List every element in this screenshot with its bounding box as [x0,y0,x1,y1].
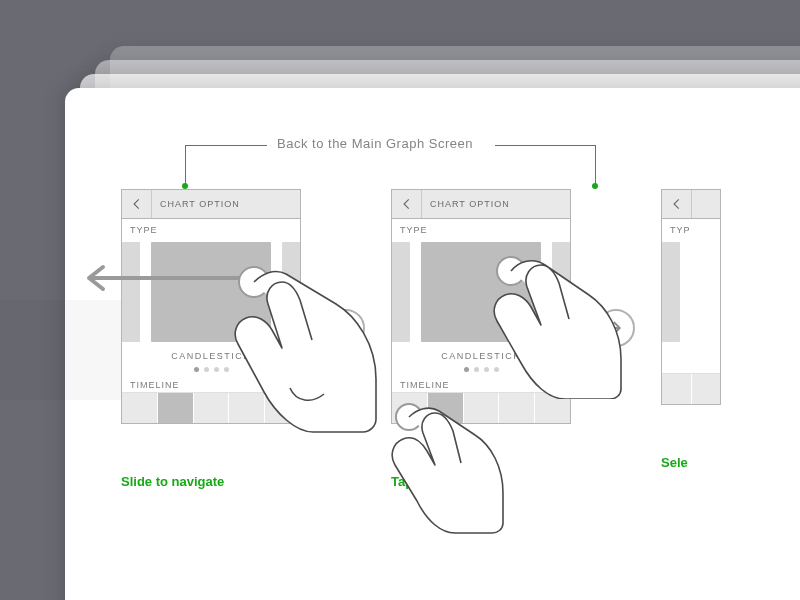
carousel-peek [122,242,140,342]
flow-arrow-icon [597,309,635,347]
timeline-cell[interactable] [229,393,265,423]
timeline-cell[interactable] [122,393,158,423]
timeline-options[interactable] [122,392,300,423]
arrow-left-icon [400,197,414,211]
arrow-left-icon [130,197,144,211]
caption-tap: Tap to select [391,474,571,489]
chart-type-carousel[interactable] [122,237,300,347]
back-button[interactable] [122,190,152,218]
caption-cropped: Sele [661,455,721,470]
timeline-cell[interactable] [499,393,535,423]
back-button[interactable] [662,190,692,218]
carousel-current-slide[interactable] [151,242,271,342]
section-label-type: TYPE [392,219,570,237]
timeline-options[interactable] [392,392,570,423]
chart-type-carousel[interactable] [662,237,720,347]
timeline-cell[interactable] [158,393,194,423]
timeline-cell[interactable] [428,393,464,423]
carousel-peek [552,242,570,342]
phone-mock: CHART OPTION TYPE CANDLESTICK TIMELINE [121,189,301,424]
chart-type-carousel[interactable] [392,237,570,347]
screen-title: CHART OPTION [152,199,300,209]
wireframe-slide-to-navigate: CHART OPTION TYPE CANDLESTICK TIMELINE [121,189,301,489]
pager-dots [392,367,570,372]
timeline-cell[interactable] [662,374,692,404]
wireframe-tap-to-select: CHART OPTION TYPE CANDLESTICK TIMELINE [391,189,571,489]
carousel-peek [282,242,300,342]
timeline-cell[interactable] [392,393,428,423]
main-canvas: Back to the Main Graph Screen CHART OPTI… [65,88,800,600]
phone-mock: CHART OPTION TYPE CANDLESTICK TIMELINE [391,189,571,424]
phone-mock: TYP [661,189,721,405]
chart-type-name: CANDLESTICK [392,351,570,361]
carousel-peek [662,242,680,342]
wireframe-cropped: TYP Sele [661,189,721,470]
carousel-current-slide[interactable] [421,242,541,342]
flow-arrow-icon [327,309,365,347]
timeline-cell[interactable] [265,393,300,423]
back-button[interactable] [392,190,422,218]
section-label-type: TYPE [122,219,300,237]
chart-type-name: CANDLESTICK [122,351,300,361]
timeline-cell[interactable] [535,393,570,423]
arrow-left-icon [670,197,684,211]
carousel-peek [392,242,410,342]
timeline-cell[interactable] [692,374,721,404]
annotation-back-to-main: Back to the Main Graph Screen [267,136,483,151]
screen-title: CHART OPTION [422,199,570,209]
section-label-type: TYP [662,219,720,237]
timeline-cell[interactable] [464,393,500,423]
section-label-timeline: TIMELINE [122,374,300,392]
pager-dots [122,367,300,372]
caption-slide: Slide to navigate [121,474,301,489]
timeline-cell[interactable] [194,393,230,423]
section-label-timeline: TIMELINE [392,374,570,392]
timeline-options[interactable] [662,373,720,404]
